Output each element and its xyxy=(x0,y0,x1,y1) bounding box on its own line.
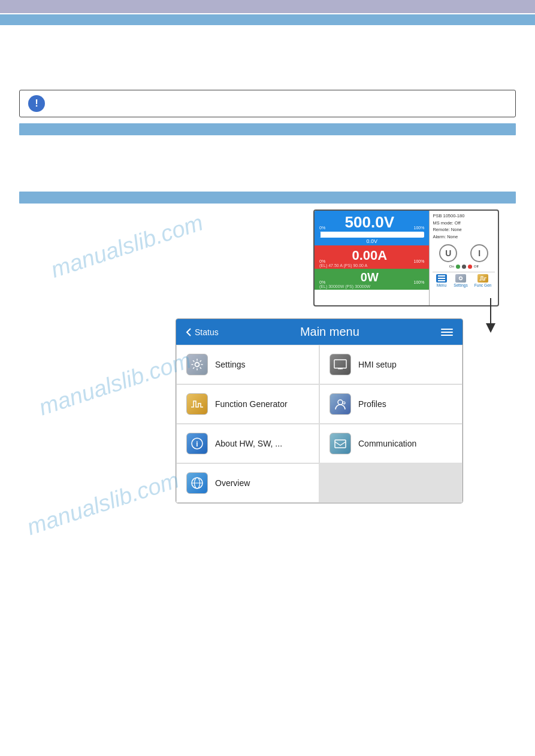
menu-item-profiles[interactable]: Profiles xyxy=(319,384,463,424)
body-text-2 xyxy=(19,53,516,63)
device-bottom-settings-btn[interactable]: Settings xyxy=(454,274,468,287)
device-current-section: 0% 0.00A 100% (EL) 47.50 A (PS) 90.00 A xyxy=(315,245,429,269)
device-power-section: 0% 0W 100% (EL) 30000W (PS) 30000W xyxy=(315,269,429,290)
device-remote: Remote: None xyxy=(433,227,495,233)
svg-rect-7 xyxy=(334,360,346,368)
menu-item-about[interactable]: i About HW, SW, ... xyxy=(176,424,319,463)
svg-rect-14 xyxy=(335,440,346,448)
device-current-sub: (EL) 47.50 A (PS) 90.00 A xyxy=(319,263,424,268)
device-bottom-bar: Menu Settings Func Gen xyxy=(433,272,495,287)
about-menu-icon: i xyxy=(186,433,208,454)
menu-back-button[interactable]: Status xyxy=(186,327,219,337)
menu-item-hmi[interactable]: HMI setup xyxy=(319,345,463,384)
svg-marker-5 xyxy=(486,323,495,333)
about-label: About HW, SW, ... xyxy=(215,439,282,448)
notice-box: ! xyxy=(19,90,516,117)
device-left-panel: 0% 500.0V 100% 0.0V 0% 0.00A 100% xyxy=(315,211,430,305)
comm-label: Communication xyxy=(358,439,416,448)
device-current-value: 0.00A xyxy=(352,248,387,263)
settings-label: Settings xyxy=(215,360,246,369)
body-text-4 xyxy=(19,141,516,152)
led-dark xyxy=(462,265,466,269)
device-voltage-bar xyxy=(319,232,424,238)
device-bottom-menu-btn[interactable]: Menu xyxy=(436,274,447,287)
top-bar-1 xyxy=(0,0,535,13)
body-text-6 xyxy=(19,175,516,186)
device-screen: 0% 500.0V 100% 0.0V 0% 0.00A 100% xyxy=(313,210,499,306)
menu-title: Main menu xyxy=(300,325,359,339)
body-text-5 xyxy=(19,158,516,169)
current-pct-100: 100% xyxy=(414,259,425,263)
menu-item-funcgen[interactable]: Function Generator xyxy=(176,384,319,424)
funcgen-label: Function Generator xyxy=(215,399,288,409)
top-bar-2 xyxy=(0,14,535,25)
menu-grid: Settings HMI setup Function Generator xyxy=(176,345,463,503)
body-text-1 xyxy=(19,36,516,47)
device-voltage-section: 0% 500.0V 100% 0.0V xyxy=(315,211,429,245)
led-on-label: On xyxy=(449,265,454,268)
current-pct-0: 0% xyxy=(319,259,325,263)
device-power-sub: (EL) 30000W (PS) 30000W xyxy=(319,284,424,289)
section-bar-1 xyxy=(19,123,516,135)
hamburger-line-3 xyxy=(441,335,453,336)
comm-menu-icon xyxy=(330,433,351,454)
device-bottom-funcgen-btn[interactable]: Func Gen xyxy=(474,274,492,287)
device-alarm: Alarm: None xyxy=(433,234,495,239)
device-settings-label: Settings xyxy=(454,283,468,287)
section-bar-2 xyxy=(19,192,516,204)
voltage-pct-0: 0% xyxy=(319,226,325,230)
device-voltage-value: 500.0V xyxy=(345,214,394,230)
device-btn-i[interactable]: I xyxy=(470,244,488,262)
profiles-label: Profiles xyxy=(358,399,386,409)
svg-rect-1 xyxy=(438,278,445,279)
svg-point-6 xyxy=(195,363,200,367)
device-btn-u[interactable]: U xyxy=(439,244,457,262)
arrow-connector xyxy=(473,298,509,334)
svg-point-11 xyxy=(343,402,345,404)
device-ms-mode: MS mode: Off xyxy=(433,220,495,227)
menu-back-label: Status xyxy=(195,327,219,337)
device-and-menu-container: 0% 500.0V 100% 0.0V 0% 0.00A 100% xyxy=(19,210,516,503)
svg-text:i: i xyxy=(196,440,198,448)
settings-icon xyxy=(455,274,466,283)
menu-panel: Status Main menu Settings xyxy=(176,318,463,503)
device-funcgen-label: Func Gen xyxy=(474,283,492,287)
device-menu-label: Menu xyxy=(437,283,446,287)
svg-rect-2 xyxy=(438,280,445,281)
device-controls: U I xyxy=(433,244,495,262)
back-chevron-icon xyxy=(186,328,192,336)
body-text-3 xyxy=(19,69,516,80)
funcgen-menu-icon xyxy=(186,393,208,415)
settings-menu-icon xyxy=(186,354,208,375)
device-voltage-bar-label: 0.0V xyxy=(319,238,424,244)
led-off-label: Off xyxy=(474,265,479,268)
svg-rect-0 xyxy=(438,275,445,277)
menu-item-comm[interactable]: Communication xyxy=(319,424,463,463)
menu-item-overview[interactable]: Overview xyxy=(176,463,319,503)
power-pct-100: 100% xyxy=(414,280,425,284)
hamburger-line-2 xyxy=(441,332,453,333)
device-led-row: On Off xyxy=(433,265,495,269)
overview-menu-icon xyxy=(186,472,208,494)
notice-icon: ! xyxy=(28,95,45,112)
voltage-pct-100: 100% xyxy=(414,226,425,230)
footer-space xyxy=(19,503,516,551)
led-red xyxy=(468,265,472,269)
overview-label: Overview xyxy=(215,478,250,488)
hmi-menu-icon xyxy=(330,354,351,375)
hmi-label: HMI setup xyxy=(358,360,397,369)
menu-header: Status Main menu xyxy=(176,319,463,345)
device-model: PSB 10500-180 xyxy=(433,213,495,220)
svg-point-10 xyxy=(338,400,343,405)
menu-icon xyxy=(436,274,447,283)
hamburger-menu-button[interactable] xyxy=(441,329,453,336)
power-pct-0: 0% xyxy=(319,280,325,284)
menu-item-settings[interactable]: Settings xyxy=(176,345,319,384)
device-power-value: 0W xyxy=(361,271,379,284)
hamburger-line-1 xyxy=(441,329,453,330)
led-green xyxy=(456,265,460,269)
profiles-menu-icon xyxy=(330,393,351,415)
device-right-panel: PSB 10500-180 MS mode: Off Remote: None … xyxy=(430,211,498,305)
device-voltage-bar-inner xyxy=(319,232,321,238)
funcgen-icon xyxy=(477,274,488,283)
